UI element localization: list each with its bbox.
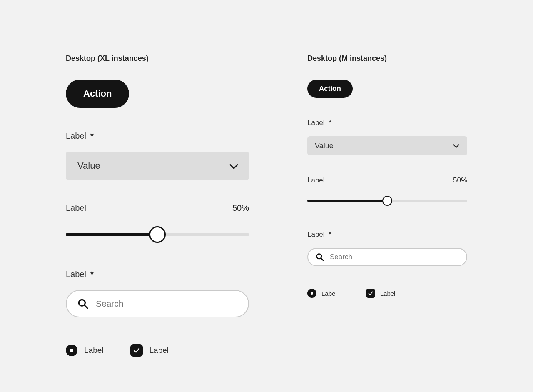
- radio-icon: [66, 345, 77, 356]
- checkbox-icon: [130, 344, 143, 357]
- slider-thumb[interactable]: [382, 196, 392, 206]
- action-button-m[interactable]: Action: [307, 80, 353, 98]
- slider-track-fill: [66, 233, 157, 236]
- m-section-title: Desktop (M instances): [307, 54, 467, 63]
- slider-track-fill: [307, 200, 387, 202]
- m-choice-row: Label Label: [307, 289, 467, 298]
- required-asterisk: *: [329, 119, 332, 127]
- xl-choice-row: Label Label: [66, 344, 249, 357]
- field-label: Label: [66, 131, 86, 141]
- select-value: Value: [77, 160, 100, 171]
- field-label: Label: [307, 230, 325, 239]
- select-dropdown-xl[interactable]: Value: [66, 152, 249, 180]
- checkbox-label: Label: [380, 290, 396, 297]
- xl-section-title: Desktop (XL instances): [66, 54, 249, 63]
- checkbox-label: Label: [149, 346, 169, 355]
- chevron-down-icon: [231, 162, 237, 169]
- field-label: Label: [307, 119, 325, 127]
- slider-thumb[interactable]: [149, 226, 166, 243]
- radio-option-xl[interactable]: Label: [66, 345, 104, 356]
- svg-line-3: [321, 258, 323, 260]
- required-asterisk: *: [329, 230, 332, 239]
- select-dropdown-m[interactable]: Value: [307, 136, 467, 155]
- slider-value: 50%: [453, 176, 467, 185]
- search-icon: [77, 298, 88, 309]
- search-icon: [316, 253, 324, 261]
- svg-line-1: [85, 305, 87, 308]
- m-select-field: Label * Value: [307, 119, 467, 155]
- search-text-input[interactable]: [96, 299, 237, 309]
- search-input-xl[interactable]: [66, 290, 249, 317]
- slider-label: Label: [307, 176, 325, 185]
- radio-label: Label: [84, 346, 104, 355]
- m-slider-field: Label 50%: [307, 176, 467, 202]
- slider-xl[interactable]: [66, 233, 249, 236]
- m-column: Desktop (M instances) Action Label * Val…: [307, 54, 467, 357]
- field-label: Label: [66, 270, 86, 279]
- xl-slider-field: Label 50%: [66, 203, 249, 236]
- search-input-m[interactable]: [307, 248, 467, 266]
- xl-select-field: Label * Value: [66, 131, 249, 180]
- checkbox-icon: [366, 289, 375, 298]
- radio-option-m[interactable]: Label: [307, 289, 337, 298]
- xl-column: Desktop (XL instances) Action Label * Va…: [66, 54, 249, 357]
- search-text-input[interactable]: [330, 253, 459, 261]
- slider-m[interactable]: [307, 200, 467, 202]
- radio-icon: [307, 289, 316, 298]
- m-search-field: Label *: [307, 230, 467, 266]
- slider-value: 50%: [232, 203, 249, 213]
- action-button-xl[interactable]: Action: [66, 80, 129, 108]
- radio-label: Label: [321, 290, 337, 297]
- slider-label: Label: [66, 203, 86, 213]
- chevron-down-icon: [453, 142, 460, 149]
- xl-search-field: Label *: [66, 270, 249, 317]
- checkbox-option-xl[interactable]: Label: [130, 344, 169, 357]
- select-value: Value: [315, 142, 334, 150]
- checkbox-option-m[interactable]: Label: [366, 289, 396, 298]
- required-asterisk: *: [90, 131, 94, 141]
- required-asterisk: *: [90, 270, 94, 279]
